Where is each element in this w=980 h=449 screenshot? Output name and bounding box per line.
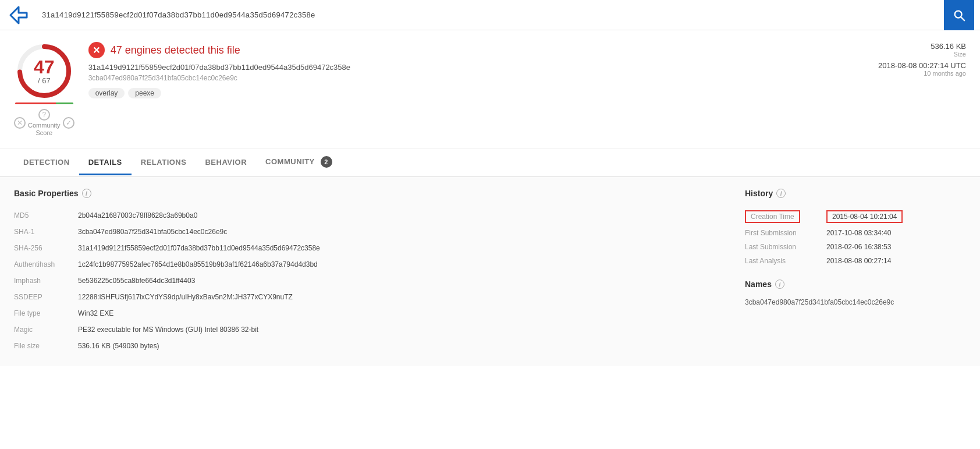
history-value: 2017-10-08 03:34:40 (826, 226, 966, 240)
basic-prop-row: SHA-25631a1419d9121f55859ecf2d01f07da38b… (14, 240, 731, 256)
svg-marker-0 (10, 7, 27, 23)
prop-value: 31a1419d9121f55859ecf2d01f07da38bd37bb11… (78, 240, 731, 256)
basic-properties-info-icon[interactable]: i (82, 189, 91, 198)
tag-overlay[interactable]: overlay (88, 88, 125, 98)
prop-label: File size (14, 338, 78, 354)
prop-label: Magic (14, 321, 78, 338)
prop-value: 2b044a21687003c78ff8628c3a69b0a0 (78, 207, 731, 224)
history-row: Last Analysis2018-08-08 00:27:14 (745, 254, 966, 268)
score-number: 47 (34, 58, 55, 76)
names-value: 3cba047ed980a7f25d341bfa05cbc14ec0c26e9c (745, 298, 966, 306)
logo[interactable] (6, 2, 31, 28)
right-panel: History i Creation Time 2015-08-04 10:21… (745, 189, 966, 354)
prop-value: 536.16 KB (549030 bytes) (78, 338, 731, 354)
community-score-label: CommunityScore (28, 122, 61, 137)
svg-line-2 (961, 17, 964, 20)
summary-section: 47 / 67 ✕ ? CommunityScore ✓ ✕ 47 engine… (0, 30, 980, 149)
prop-label: SHA-256 (14, 240, 78, 256)
prop-label: SHA-1 (14, 224, 78, 240)
basic-prop-row: Authentihash1c24fc1b98775952afec7654d1e8… (14, 256, 731, 273)
history-label: First Submission (745, 226, 826, 240)
basic-prop-row: File size536.16 KB (549030 bytes) (14, 338, 731, 354)
basic-prop-row: SHA-13cba047ed980a7f25d341bfa05cbc14ec0c… (14, 224, 731, 240)
basic-prop-row: File typeWin32 EXE (14, 305, 731, 321)
prop-value: 5e536225c055ca8bfe664dc3d1ff4403 (78, 273, 731, 289)
history-label: Last Analysis (745, 254, 826, 268)
names-title: Names i (745, 280, 966, 289)
history-info-icon[interactable]: i (776, 189, 786, 198)
detection-title: 47 engines detected this file (111, 44, 240, 56)
names-section: Names i 3cba047ed980a7f25d341bfa05cbc14e… (745, 280, 966, 306)
basic-prop-row: SSDEEP12288:iSHFUSfj617ixCYdYS9dp/uIHy8x… (14, 289, 731, 305)
tags-row: overlay peexe (88, 88, 878, 98)
score-bar (15, 102, 73, 104)
basic-prop-row: MagicPE32 executable for MS Windows (GUI… (14, 321, 731, 338)
left-panel: Basic Properties i MD52b044a21687003c78f… (14, 189, 731, 354)
history-label: Last Submission (745, 240, 826, 254)
tabs-bar: DETECTION DETAILS RELATIONS BEHAVIOR COM… (0, 149, 980, 177)
history-row: Last Submission2018-02-06 16:38:53 (745, 240, 966, 254)
file-date-ago: 10 months ago (878, 70, 966, 77)
file-date-value: 2018-08-08 00:27:14 UTC (878, 61, 966, 70)
prop-value: 12288:iSHFUSfj617ixCYdYS9dp/uIHy8xBav5n2… (78, 289, 731, 305)
names-info-icon[interactable]: i (775, 280, 784, 289)
file-size-label: Size (878, 51, 966, 58)
prop-value: 1c24fc1b98775952afec7654d1e8b0a85519b9b3… (78, 256, 731, 273)
history-value: 2015-08-04 10:21:04 (826, 207, 966, 226)
search-button[interactable] (944, 0, 974, 30)
history-title: History i (745, 189, 966, 198)
history-table: Creation Time 2015-08-04 10:21:04 First … (745, 207, 966, 268)
file-hash-sub: 3cba047ed980a7f25d341bfa05cbc14ec0c26e9c (88, 74, 878, 82)
score-circle-wrap: 47 / 67 ✕ ? CommunityScore ✓ (14, 42, 74, 137)
prop-label: MD5 (14, 207, 78, 224)
history-value: 2018-08-08 00:27:14 (826, 254, 966, 268)
community-x-icon: ✕ (14, 117, 26, 129)
prop-label: File type (14, 305, 78, 321)
prop-value: PE32 executable for MS Windows (GUI) Int… (78, 321, 731, 338)
error-icon: ✕ (88, 42, 105, 58)
tab-community[interactable]: COMMUNITY 2 (256, 149, 342, 176)
prop-label: SSDEEP (14, 289, 78, 305)
prop-label: Imphash (14, 273, 78, 289)
file-size-value: 536.16 KB (878, 42, 966, 51)
community-check-icon: ✓ (63, 117, 74, 129)
header: 31a1419d9121f55859ecf2d01f07da38bd37bb11… (0, 0, 980, 30)
basic-prop-row: MD52b044a21687003c78ff8628c3a69b0a0 (14, 207, 731, 224)
tag-peexe[interactable]: peexe (128, 88, 161, 98)
prop-value: Win32 EXE (78, 305, 731, 321)
basic-properties-title: Basic Properties i (14, 189, 731, 198)
history-label: Creation Time (745, 207, 826, 226)
score-circle: 47 / 67 (15, 42, 73, 100)
prop-label: Authentihash (14, 256, 78, 273)
prop-value: 3cba047ed980a7f25d341bfa05cbc14ec0c26e9c (78, 224, 731, 240)
basic-properties-table: MD52b044a21687003c78ff8628c3a69b0a0SHA-1… (14, 207, 731, 354)
file-meta: 536.16 KB Size 2018-08-08 00:27:14 UTC 1… (878, 42, 966, 77)
community-badge: 2 (321, 156, 332, 168)
community-question-icon: ? (38, 109, 50, 121)
tab-relations[interactable]: RELATIONS (132, 151, 196, 175)
detection-info: ✕ 47 engines detected this file 31a1419d… (88, 42, 878, 98)
main-content: Basic Properties i MD52b044a21687003c78f… (0, 177, 980, 366)
basic-prop-row: Imphash5e536225c055ca8bfe664dc3d1ff4403 (14, 273, 731, 289)
community-score-row: ✕ ? CommunityScore ✓ (14, 109, 74, 137)
score-denom: / 67 (38, 76, 51, 85)
history-row: Creation Time 2015-08-04 10:21:04 (745, 207, 966, 226)
history-value: 2018-02-06 16:38:53 (826, 240, 966, 254)
tab-behavior[interactable]: BEHAVIOR (196, 151, 256, 175)
header-hash: 31a1419d9121f55859ecf2d01f07da38bd37bb11… (37, 10, 944, 19)
history-row: First Submission2017-10-08 03:34:40 (745, 226, 966, 240)
tab-detection[interactable]: DETECTION (14, 151, 79, 175)
file-hash-main: 31a1419d9121f55859ecf2d01f07da38bd37bb11… (88, 63, 878, 72)
detection-header: ✕ 47 engines detected this file (88, 42, 878, 58)
tab-details[interactable]: DETAILS (79, 151, 132, 175)
